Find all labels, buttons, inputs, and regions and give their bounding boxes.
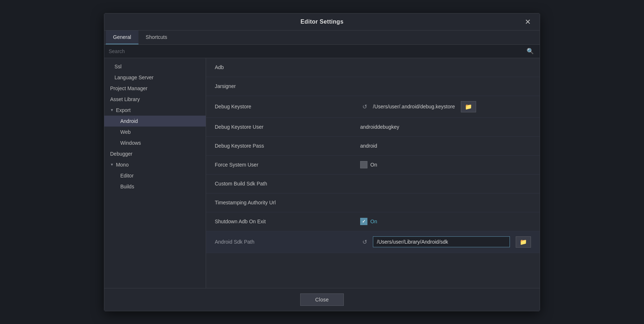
reset-debug-keystore-icon[interactable]: ↺ [360,103,369,111]
chevron-down-icon: ▼ [110,108,114,112]
debug-keystore-pass-label: Debug Keystore Pass [215,143,360,149]
folder-debug-keystore-button[interactable]: 📁 [461,101,476,112]
chevron-down-icon-mono: ▼ [110,163,114,167]
android-sdk-path-input[interactable] [373,236,510,247]
sidebar-item-project-manager[interactable]: Project Manager [104,83,206,94]
sidebar-item-ssl[interactable]: Ssl [104,61,206,72]
sidebar-section-export[interactable]: ▼ Export [104,105,206,116]
shutdown-adb-toggle: ✓ On [360,218,377,225]
debug-keystore-label: Debug Keystore [215,104,360,109]
android-sdk-path-value: ↺ 📁 [360,236,531,248]
row-debug-keystore: Debug Keystore ↺ /Users/user/.android/de… [206,96,540,118]
custom-build-sdk-path-label: Custom Build Sdk Path [215,181,360,187]
debug-keystore-pass-text: android [360,143,377,149]
force-system-user-label: Force System User [215,162,360,168]
sidebar: Ssl Language Server Project Manager Asse… [104,58,206,288]
sidebar-item-editor[interactable]: Editor [104,170,206,181]
settings-panel: Adb Jarsigner Debug Keystore ↺ /Users/us… [206,58,540,288]
timestamping-authority-url-label: Timestamping Authority Url [215,200,360,205]
debug-keystore-user-label: Debug Keystore User [215,124,360,130]
sidebar-item-windows[interactable]: Windows [104,137,206,148]
tab-general[interactable]: General [106,31,138,44]
force-system-user-toggle-label: On [370,162,377,168]
android-sdk-path-label: Android Sdk Path [215,239,360,245]
row-custom-build-sdk-path: Custom Build Sdk Path [206,175,540,193]
sidebar-item-debugger[interactable]: Debugger [104,148,206,159]
sidebar-item-asset-library[interactable]: Asset Library [104,94,206,105]
main-content: Ssl Language Server Project Manager Asse… [104,58,540,288]
jarsigner-label: Jarsigner [215,83,360,89]
debug-keystore-user-value: androiddebugkey [360,124,531,130]
debug-keystore-user-text: androiddebugkey [360,124,399,130]
row-force-system-user: Force System User On [206,156,540,175]
close-button[interactable]: ✕ [522,17,534,27]
sidebar-item-android[interactable]: Android [104,116,206,127]
tab-shortcuts[interactable]: Shortcuts [138,31,174,44]
shutdown-adb-toggle-label: On [370,219,377,224]
section-jarsigner: Jarsigner [206,77,540,96]
editor-settings-dialog: Editor Settings ✕ General Shortcuts 🔍 Ss… [104,13,540,311]
row-shutdown-adb-on-exit: Shutdown Adb On Exit ✓ On [206,212,540,231]
row-timestamping-authority-url: Timestamping Authority Url [206,193,540,212]
reset-android-sdk-path-icon[interactable]: ↺ [360,238,369,246]
debug-keystore-path: /Users/user/.android/debug.keystore [373,104,455,109]
shutdown-adb-checkbox[interactable]: ✓ [360,218,367,225]
debug-keystore-pass-value: android [360,143,531,149]
shutdown-adb-on-exit-label: Shutdown Adb On Exit [215,219,360,224]
sidebar-item-builds[interactable]: Builds [104,181,206,192]
sidebar-item-web[interactable]: Web [104,127,206,137]
folder-android-sdk-button[interactable]: 📁 [516,236,531,248]
force-system-user-checkbox[interactable] [360,161,367,168]
tabs-bar: General Shortcuts [104,31,540,45]
title-bar: Editor Settings ✕ [104,13,540,31]
sidebar-item-language-server[interactable]: Language Server [104,72,206,83]
footer: Close [104,288,540,311]
checkmark-icon: ✓ [362,219,366,224]
sidebar-section-mono[interactable]: ▼ Mono [104,159,206,170]
dialog-title: Editor Settings [301,19,343,25]
row-debug-keystore-user: Debug Keystore User androiddebugkey [206,118,540,137]
search-input[interactable] [109,45,525,58]
shutdown-adb-on-exit-value: ✓ On [360,218,531,225]
force-system-user-toggle: On [360,161,377,168]
search-bar: 🔍 [104,45,540,58]
search-icon-button[interactable]: 🔍 [525,46,535,56]
android-sdk-path-input-row [373,236,510,247]
section-adb: Adb [206,58,540,77]
close-footer-button[interactable]: Close [300,293,343,306]
adb-label: Adb [215,64,360,70]
row-debug-keystore-pass: Debug Keystore Pass android [206,137,540,156]
row-android-sdk-path: Android Sdk Path ↺ 📁 [206,231,540,253]
debug-keystore-value: ↺ /Users/user/.android/debug.keystore 📁 [360,101,531,112]
force-system-user-value: On [360,161,531,168]
